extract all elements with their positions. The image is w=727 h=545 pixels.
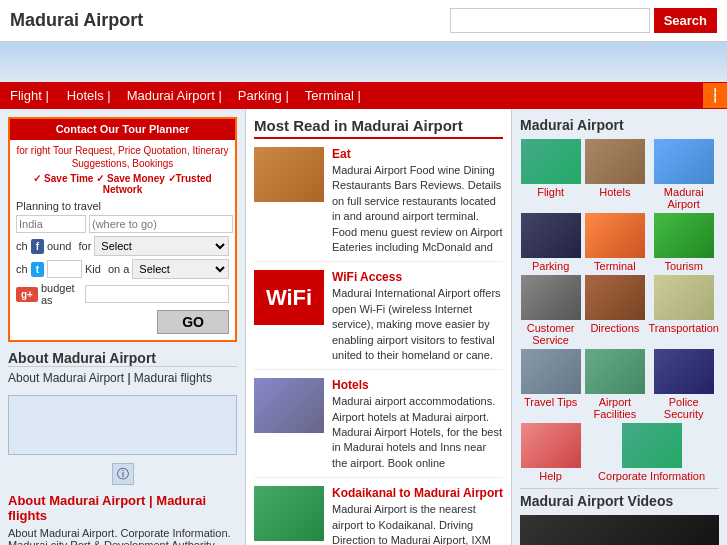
search-form: Search (450, 8, 717, 33)
grid-travel-tips: Travel Tips (520, 349, 581, 420)
help-img (521, 423, 581, 468)
grid-parking: Parking (520, 213, 581, 272)
info-box (8, 395, 237, 455)
from-input[interactable] (16, 215, 86, 233)
parking-grid-link[interactable]: Parking (520, 260, 581, 272)
kodaikanal-text: Madurai Airport is the nearest airport t… (332, 502, 503, 545)
grid-help: Help (520, 423, 581, 482)
grid-directions: Directions (584, 275, 645, 346)
sidebar-ad: ⓘ (8, 463, 237, 485)
article-hotels: Hotels Madurai airport accommodations. A… (254, 378, 503, 478)
grid-facilities: Airport Facilities (584, 349, 645, 420)
for-select[interactable]: Select (94, 236, 229, 256)
choose-label: ch (16, 240, 28, 252)
grid-terminal: Terminal (584, 213, 645, 272)
kodaikanal-image (254, 486, 324, 541)
sky-banner (0, 42, 727, 82)
flight-img (521, 139, 581, 184)
madurai-flights-link[interactable]: Madurai flights (134, 371, 212, 385)
corporate-img (622, 423, 682, 468)
wifi-link[interactable]: WiFi Access (332, 270, 503, 284)
grid-flight: Flight (520, 139, 581, 210)
customer-grid-link[interactable]: Customer Service (520, 322, 581, 346)
eat-link[interactable]: Eat (332, 147, 503, 161)
help-link[interactable]: Help (520, 470, 581, 482)
go-row: GO (16, 310, 229, 334)
found-label: ound (47, 240, 71, 252)
about-bottom-text: About Madurai Airport. Corporate Informa… (8, 527, 237, 545)
article-eat: Eat Madurai Airport Food wine Dining Res… (254, 147, 503, 262)
grid-hotels: Hotels (584, 139, 645, 210)
transport-grid-link[interactable]: Transportation (648, 322, 719, 334)
with-input[interactable] (47, 260, 82, 278)
main-container: Contact Our Tour Planner for right Tour … (0, 109, 727, 545)
hotels-link[interactable]: Hotels (332, 378, 503, 392)
hotels-img (585, 139, 645, 184)
airport-section-title: Madurai Airport (520, 117, 719, 133)
terminal-img (585, 213, 645, 258)
about-airport-link[interactable]: About Madurai Airport (8, 371, 124, 385)
trusted-row: ✓ Save Time ✓ Save Money ✓Trusted Networ… (16, 173, 229, 195)
budget-input[interactable] (85, 285, 229, 303)
go-button[interactable]: GO (157, 310, 229, 334)
tour-planner-title: Contact Our Tour Planner (10, 119, 235, 140)
header: Madurai Airport Search (0, 0, 727, 42)
to-input[interactable] (89, 215, 233, 233)
madurai-img (654, 139, 714, 184)
corporate-link[interactable]: Corporate Information (584, 470, 719, 482)
nav-madurai-airport[interactable]: Madurai Airport | (119, 82, 230, 109)
about-links: About Madurai Airport | Madurai flights (8, 371, 237, 385)
navbar: Flight | Hotels | Madurai Airport | Park… (0, 82, 727, 109)
terminal-grid-link[interactable]: Terminal (584, 260, 645, 272)
planning-label: Planning to travel (16, 200, 229, 212)
directions-grid-link[interactable]: Directions (584, 322, 645, 334)
nav-parking[interactable]: Parking | (230, 82, 297, 109)
search-input[interactable] (450, 8, 650, 33)
kid-label: Kid (85, 263, 101, 275)
tourism-grid-link[interactable]: Tourism (648, 260, 719, 272)
directions-img (585, 275, 645, 320)
videos-title: Madurai Airport Videos (520, 493, 719, 509)
for-label: for (78, 240, 91, 252)
kodaikanal-link[interactable]: Kodaikanal to Madurai Airport (332, 486, 503, 500)
hotels-body: Hotels Madurai airport accommodations. A… (332, 378, 503, 471)
madurai-grid-link[interactable]: Madurai Airport (648, 186, 719, 210)
grid-madurai: Madurai Airport (648, 139, 719, 210)
eat-body: Eat Madurai Airport Food wine Dining Res… (332, 147, 503, 255)
about-bottom-section: About Madurai Airport | Madurai flights … (8, 493, 237, 545)
tour-planner-box: Contact Our Tour Planner for right Tour … (8, 117, 237, 342)
nav-terminal[interactable]: Terminal | (297, 82, 369, 109)
divider-line (520, 488, 719, 489)
police-link[interactable]: Police Security (648, 396, 719, 420)
kodaikanal-body: Kodaikanal to Madurai Airport Madurai Ai… (332, 486, 503, 545)
tour-planner-subtitle: for right Tour Request, Price Quotation,… (16, 144, 229, 170)
with-on-row: ch t Kid on a Select (16, 259, 229, 279)
travel-tips-link[interactable]: Travel Tips (520, 396, 581, 408)
search-button[interactable]: Search (654, 8, 717, 33)
flight-grid-link[interactable]: Flight (520, 186, 581, 198)
video-placeholder (520, 515, 719, 545)
on-select[interactable]: Select (132, 259, 229, 279)
police-img (654, 349, 714, 394)
ad-icon: ⓘ (112, 463, 134, 485)
facilities-link[interactable]: Airport Facilities (584, 396, 645, 420)
most-read-title: Most Read in Madurai Airport (254, 117, 503, 139)
wifi-text: Madurai International Airport offers ope… (332, 286, 503, 363)
facebook-icon[interactable]: f (31, 239, 44, 254)
hotels-text: Madurai airport accommodations. Airport … (332, 394, 503, 471)
rss-icon[interactable]: ┆ (703, 83, 727, 108)
on-label: on a (108, 263, 129, 275)
hotels-grid-link[interactable]: Hotels (584, 186, 645, 198)
from-to-row (16, 215, 229, 233)
budget-row: g+ budget as (16, 282, 229, 306)
gplus-icon[interactable]: g+ (16, 287, 38, 302)
grid-police: Police Security (648, 349, 719, 420)
about-title: About Madurai Airport (8, 350, 237, 367)
hotels-image (254, 378, 324, 433)
nav-hotels[interactable]: Hotels | (59, 82, 119, 109)
nav-flight[interactable]: Flight | (0, 82, 59, 109)
about-bold-link[interactable]: About Madurai Airport | Madurai flights (8, 493, 237, 523)
grid-transportation: Transportation (648, 275, 719, 346)
wifi-image: WiFi (254, 270, 324, 325)
twitter-icon[interactable]: t (31, 262, 44, 277)
